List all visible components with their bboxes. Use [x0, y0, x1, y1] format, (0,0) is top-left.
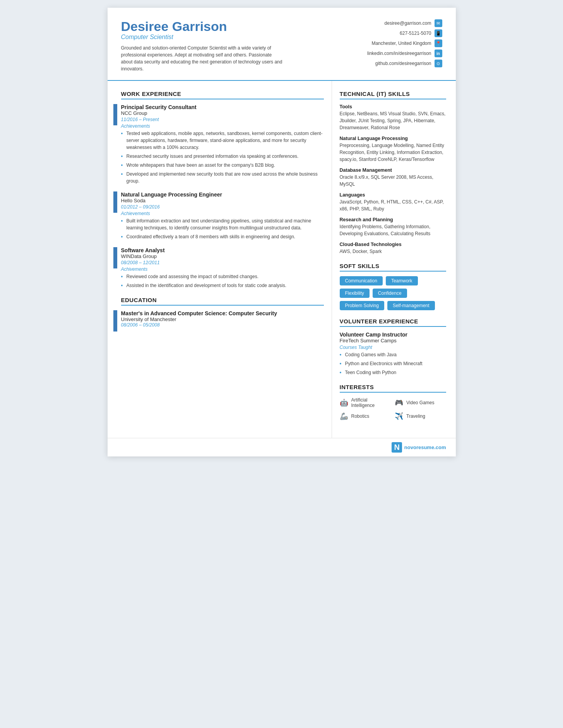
videogames-label: Video Games	[406, 400, 435, 405]
phone-icon: 📱	[435, 29, 442, 37]
edu-degree: Master's in Advanced Computer Science: C…	[121, 310, 324, 316]
interest-videogames: 🎮 Video Games	[395, 397, 446, 408]
job-accent-2	[113, 191, 117, 213]
candidate-title: Computer Scientist	[121, 34, 342, 41]
contact-phone: 627-5121-5070 📱	[400, 29, 442, 37]
bullet-item: Researched security issues and presented…	[121, 153, 324, 160]
contact-github: github.com/desireegarrison ⊙	[375, 60, 442, 67]
candidate-summary: Grounded and solution-oriented Computer …	[121, 44, 284, 72]
job-date-3: 08/2008 – 12/2011	[121, 260, 324, 265]
job-date-1: 11/2016 – Present	[121, 117, 324, 122]
work-experience-section: WORK EXPERIENCE Principal Security Consu…	[121, 91, 324, 289]
skill-group-text: JavaScript, Python, R, HTML, CSS, C++, C…	[340, 198, 446, 212]
skill-group-tools: Tools Eclipse, NetBeans, MS Visual Studi…	[340, 104, 446, 131]
soft-skills-section: SOFT SKILLS Communication Teamwork Flexi…	[340, 263, 446, 310]
education-entry-1: Master's in Advanced Computer Science: C…	[121, 310, 324, 328]
job-bullets-1: Tested web applications, mobile apps, ne…	[121, 130, 324, 185]
logo-n-icon: N	[392, 442, 402, 453]
interests-title: INTERESTS	[340, 384, 446, 393]
resume-container: Desiree Garrison Computer Scientist Grou…	[108, 8, 456, 456]
videogames-icon: 🎮	[395, 398, 403, 407]
skill-group-cloud: Cloud-Based Technologies AWS, Docker, Sp…	[340, 242, 446, 255]
skill-group-db: Database Management Oracle 8.x/9.x, SQL …	[340, 167, 446, 188]
ai-label: Artificial Intelligence	[351, 397, 391, 408]
badge-communication: Communication	[340, 276, 383, 285]
job-accent-1	[113, 104, 117, 125]
ai-icon: 🤖	[340, 398, 348, 407]
traveling-icon: ✈️	[395, 412, 403, 420]
job-accent-3	[113, 247, 117, 268]
job-title-1: Principal Security Consultant	[121, 104, 324, 110]
badge-flexibility: Flexibility	[340, 289, 370, 298]
work-experience-title: WORK EXPERIENCE	[121, 91, 324, 99]
job-achievement-label-3: Achivements	[121, 267, 324, 272]
vol-label: Courses Taught	[340, 345, 446, 350]
skill-group-title: Natural Language Processing	[340, 136, 446, 141]
vol-role: Volunteer Camp Instructor	[340, 332, 446, 338]
contact-location: Manchester, United Kingdom 📍	[371, 39, 442, 47]
job-achievement-label-1: Achievements	[121, 123, 324, 129]
job-date-2: 01/2012 – 09/2016	[121, 204, 324, 210]
linkedin-icon: in	[435, 50, 442, 57]
bullet-item: Tested web applications, mobile apps, ne…	[121, 130, 324, 151]
linkedin-text: linkedin.com/in/desireegarrison	[367, 51, 431, 56]
badge-confidence: Confidence	[373, 289, 407, 298]
job-entry-1: Principal Security Consultant NCC Group …	[121, 104, 324, 185]
right-column: TECHNICAL (IT) SKILLS Tools Eclipse, Net…	[332, 81, 456, 438]
education-title: EDUCATION	[121, 297, 324, 306]
traveling-label: Traveling	[406, 414, 425, 419]
badge-problem-solving: Problem Solving	[340, 301, 384, 310]
edu-date: 08/2006 – 05/2008	[121, 322, 324, 328]
location-icon: 📍	[435, 39, 442, 47]
job-company-1: NCC Group	[121, 110, 324, 116]
footer-logo: N novoresume.com	[392, 442, 446, 453]
contact-linkedin: linkedin.com/in/desireegarrison in	[367, 50, 442, 57]
skill-group-text: Oracle 8.x/9.x, SQL Server 2008, MS Acce…	[340, 174, 446, 188]
contact-email: desiree@garrison.com ✉	[385, 19, 442, 27]
edu-school: University of Manchester	[121, 316, 324, 322]
skill-group-research: Research and Planning Identifying Proble…	[340, 217, 446, 237]
phone-text: 627-5121-5070	[400, 31, 431, 36]
body-section: WORK EXPERIENCE Principal Security Consu…	[108, 81, 456, 438]
job-title-2: Natural Language Processing Engineer	[121, 191, 324, 198]
skill-group-title: Research and Planning	[340, 217, 446, 222]
bullet-item: Assisted in the identification and devel…	[121, 282, 324, 289]
vol-bullet: Coding Games with Java	[340, 351, 446, 358]
vol-bullet: Python and Electronics with Minecraft	[340, 360, 446, 367]
badge-self-management: Self-management	[387, 301, 435, 310]
technical-skills-title: TECHNICAL (IT) SKILLS	[340, 91, 446, 99]
robotics-icon: 🦾	[340, 412, 348, 420]
header-contact: desiree@garrison.com ✉ 627-5121-5070 📱 M…	[342, 19, 442, 72]
job-bullets-2: Built information extraction and text un…	[121, 217, 324, 240]
candidate-name: Desiree Garrison	[121, 19, 342, 34]
job-entry-2: Natural Language Processing Engineer Hel…	[121, 191, 324, 240]
job-title-3: Software Analyst	[121, 247, 324, 253]
interest-robotics: 🦾 Robotics	[340, 412, 391, 420]
location-text: Manchester, United Kingdom	[371, 41, 431, 46]
job-entry-3: Software Analyst WINData Group 08/2008 –…	[121, 247, 324, 289]
volunteer-section: VOLUNTEER EXPERIENCE Volunteer Camp Inst…	[340, 318, 446, 376]
skill-group-title: Cloud-Based Technologies	[340, 242, 446, 247]
job-company-2: Hello Soda	[121, 198, 324, 203]
github-icon: ⊙	[435, 60, 442, 67]
interest-ai: 🤖 Artificial Intelligence	[340, 397, 391, 408]
header-left: Desiree Garrison Computer Scientist Grou…	[121, 19, 342, 72]
vol-bullet: Teen Coding with Python	[340, 369, 446, 376]
technical-skills-section: TECHNICAL (IT) SKILLS Tools Eclipse, Net…	[340, 91, 446, 255]
interests-grid: 🤖 Artificial Intelligence 🎮 Video Games …	[340, 397, 446, 420]
robotics-label: Robotics	[351, 414, 370, 419]
job-achievement-label-2: Achievements	[121, 211, 324, 216]
skill-group-text: AWS, Docker, Spark	[340, 248, 446, 255]
job-company-3: WINData Group	[121, 253, 324, 259]
bullet-item: Wrote whitepapers that have been an asse…	[121, 162, 324, 169]
bullet-item: Reviewed code and assessing the impact o…	[121, 273, 324, 280]
vol-bullets: Coding Games with Java Python and Electr…	[340, 351, 446, 376]
bullet-item: Developed and implemented new security t…	[121, 171, 324, 185]
skill-group-title: Database Management	[340, 167, 446, 173]
email-text: desiree@garrison.com	[385, 21, 431, 26]
soft-skills-title: SOFT SKILLS	[340, 263, 446, 272]
skill-group-text: Eclipse, NetBeans, MS Visual Studio, SVN…	[340, 110, 446, 131]
bullet-item: Built information extraction and text un…	[121, 217, 324, 231]
left-column: WORK EXPERIENCE Principal Security Consu…	[108, 81, 332, 438]
volunteer-title: VOLUNTEER EXPERIENCE	[340, 318, 446, 327]
